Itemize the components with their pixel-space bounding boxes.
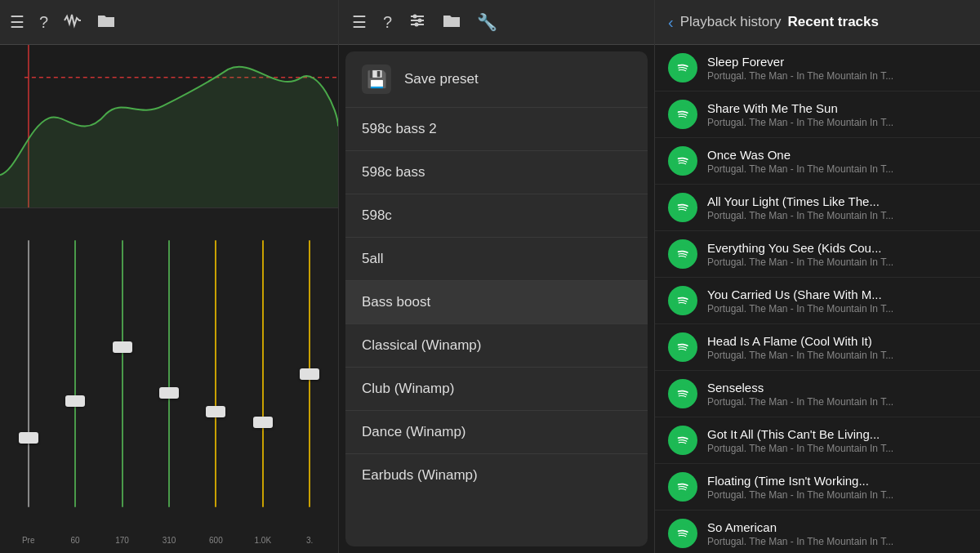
save-icon: 💾 [362,65,391,94]
track-artist: Portugal. The Man - In The Mountain In T… [707,443,967,454]
spotify-icon [668,519,697,548]
svg-point-5 [413,14,417,18]
track-info: You Carried Us (Share With M... Portugal… [707,288,967,314]
wrench-icon[interactable]: 🔧 [477,12,497,32]
slider-310hz [147,216,190,531]
track-artist: Portugal. The Man - In The Mountain In T… [707,303,967,314]
slider-1khz [241,216,284,531]
spotify-icon [668,332,697,362]
sliders-container [0,216,338,531]
track-info: Share With Me The Sun Portugal. The Man … [707,101,967,128]
menu-icon[interactable]: ☰ [10,12,24,32]
track-artist: Portugal. The Man - In The Mountain In T… [707,536,967,547]
history-title: Playback history [680,14,782,30]
track-title: Head Is A Flame (Cool With It) [707,334,967,348]
preset-label: Earbuds (Winamp) [362,467,478,484]
spotify-icon [668,239,697,269]
track-title: Everything You See (Kids Cou... [707,241,967,255]
track-title: Floating (Time Isn't Working... [707,474,967,488]
spotify-icon [668,146,697,176]
preset-item[interactable]: 598c bass [345,151,648,194]
label-1k: 1.0K [241,536,284,545]
preset-label: Dance (Winamp) [362,424,466,440]
save-preset-button[interactable]: 💾 Save preset [345,51,648,108]
slider-pre [7,216,50,531]
track-info: Floating (Time Isn't Working... Portugal… [707,474,967,501]
history-panel: ‹ Playback history Recent tracks Sleep F… [655,0,980,553]
help-icon[interactable]: ? [39,13,48,32]
track-item[interactable]: So American Portugal. The Man - In The M… [655,511,980,553]
folder-icon-mid[interactable] [443,13,461,32]
spotify-icon [668,379,697,408]
track-title: Once Was One [707,148,967,162]
sliders-icon[interactable] [408,13,426,32]
track-item[interactable]: Senseless Portugal. The Man - In The Mou… [655,371,980,417]
track-item[interactable]: Sleep Forever Portugal. The Man - In The… [655,45,980,91]
spotify-icon [668,100,697,129]
preset-label: Bass boost [362,294,430,310]
label-310: 310 [147,536,190,545]
track-info: Everything You See (Kids Cou... Portugal… [707,241,967,268]
track-artist: Portugal. The Man - In The Mountain In T… [707,350,967,361]
preset-label: Classical (Winamp) [362,337,481,354]
eq-panel: ☰ ? [0,0,339,553]
middle-toolbar: ☰ ? 🔧 [339,0,654,45]
preset-item[interactable]: 5all [345,238,648,281]
track-title: Senseless [707,381,967,395]
spotify-icon [668,53,697,83]
label-60: 60 [53,536,96,545]
presets-panel: ☰ ? 🔧 💾 Save preset 598c bass 2 [339,0,655,553]
track-item[interactable]: Floating (Time Isn't Working... Portugal… [655,464,980,511]
folder-icon[interactable] [97,13,115,32]
track-item[interactable]: Head Is A Flame (Cool With It) Portugal.… [655,324,980,371]
track-title: All Your Light (Times Like The... [707,194,967,208]
track-item[interactable]: Everything You See (Kids Cou... Portugal… [655,231,980,278]
track-info: All Your Light (Times Like The... Portug… [707,194,967,221]
preset-label: 598c [362,207,392,224]
preset-item[interactable]: Earbuds (Winamp) [345,454,648,497]
track-info: So American Portugal. The Man - In The M… [707,520,967,547]
track-title: So American [707,520,967,534]
spotify-icon [668,426,697,455]
track-item[interactable]: Once Was One Portugal. The Man - In The … [655,138,980,185]
preset-item[interactable]: 598c bass 2 [345,108,648,151]
menu-icon-mid[interactable]: ☰ [352,12,367,32]
preset-bass-boost[interactable]: Bass boost [345,281,648,324]
spotify-icon [668,193,697,222]
track-info: Once Was One Portugal. The Man - In The … [707,148,967,175]
track-artist: Portugal. The Man - In The Mountain In T… [707,256,967,268]
track-item[interactable]: You Carried Us (Share With M... Portugal… [655,278,980,324]
track-artist: Portugal. The Man - In The Mountain In T… [707,210,967,221]
track-title: Share With Me The Sun [707,101,967,115]
track-info: Got It All (This Can't Be Living... Port… [707,427,967,454]
label-170: 170 [100,536,144,545]
slider-170hz [100,216,144,531]
track-artist: Portugal. The Man - In The Mountain In T… [707,117,967,128]
preset-label: 598c bass 2 [362,121,437,137]
waveform-icon[interactable] [63,12,82,33]
preset-item[interactable]: Dance (Winamp) [345,411,648,454]
track-artist: Portugal. The Man - In The Mountain In T… [707,489,967,501]
tracks-list: Sleep Forever Portugal. The Man - In The… [655,45,980,553]
preset-label: 5all [362,251,383,267]
track-title: You Carried Us (Share With M... [707,288,967,301]
track-title: Sleep Forever [707,55,967,69]
preset-label: Club (Winamp) [362,381,454,397]
help-icon-mid[interactable]: ? [383,13,392,32]
track-item[interactable]: Share With Me The Sun Portugal. The Man … [655,91,980,138]
slider-labels-row: Pre 60 170 310 600 1.0K 3. [0,531,338,545]
label-pre: Pre [7,536,50,545]
track-item[interactable]: All Your Light (Times Like The... Portug… [655,185,980,231]
track-title: Got It All (This Can't Be Living... [707,427,967,441]
spotify-icon [668,472,697,502]
track-artist: Portugal. The Man - In The Mountain In T… [707,70,967,82]
track-artist: Portugal. The Man - In The Mountain In T… [707,396,967,408]
preset-item[interactable]: Club (Winamp) [345,368,648,411]
track-item[interactable]: Got It All (This Can't Be Living... Port… [655,417,980,464]
save-preset-label: Save preset [404,71,479,87]
preset-item[interactable]: 598c [345,194,648,238]
presets-list: 💾 Save preset 598c bass 2 598c bass 598c… [345,51,648,546]
back-button[interactable]: ‹ [668,13,674,32]
preset-item[interactable]: Classical (Winamp) [345,324,648,368]
slider-60hz [53,216,96,531]
